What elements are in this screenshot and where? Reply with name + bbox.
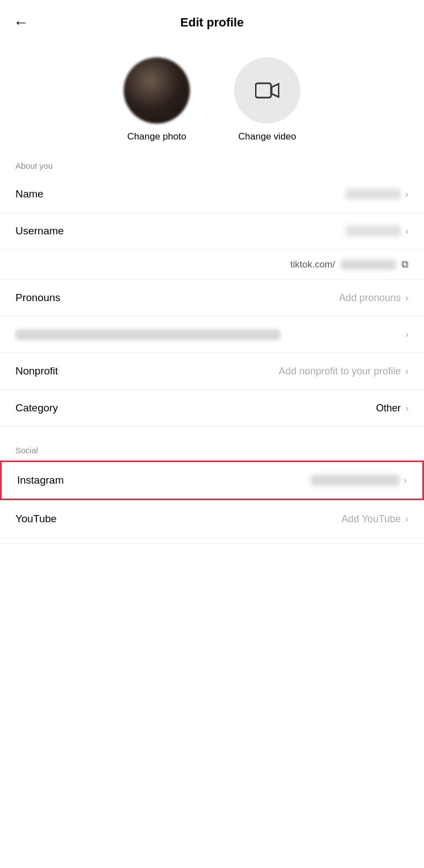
instagram-value-blurred <box>311 475 399 486</box>
username-row[interactable]: Username › <box>0 213 424 250</box>
nonprofit-value: Add nonprofit to your profile <box>279 366 401 377</box>
svg-rect-0 <box>256 83 271 98</box>
tiktok-url-row[interactable]: tiktok.com/ ⧉ <box>0 250 424 280</box>
social-section: Social Instagram › YouTube Add YouTube › <box>0 432 424 544</box>
copy-icon[interactable]: ⧉ <box>401 259 409 270</box>
name-chevron-icon: › <box>405 189 409 200</box>
back-button[interactable]: ← <box>13 14 29 31</box>
tiktok-url-text: tiktok.com/ <box>290 259 335 270</box>
name-right: › <box>346 189 409 200</box>
instagram-row[interactable]: Instagram › <box>0 460 424 500</box>
youtube-value: Add YouTube <box>342 513 401 525</box>
svg-marker-1 <box>272 84 279 97</box>
bottom-divider <box>0 543 424 544</box>
youtube-row[interactable]: YouTube Add YouTube › <box>0 501 424 538</box>
video-camera-icon <box>255 81 279 100</box>
name-label: Name <box>15 188 44 200</box>
instagram-label: Instagram <box>17 474 63 486</box>
username-right: › <box>346 226 409 237</box>
change-photo-label: Change photo <box>128 131 187 142</box>
change-photo-button[interactable]: Change photo <box>124 57 190 142</box>
avatar <box>124 57 190 124</box>
bio-row[interactable]: › <box>0 317 424 353</box>
tiktok-url-blurred <box>341 260 396 270</box>
bio-blurred-text <box>15 329 280 340</box>
category-value: Other <box>376 403 401 414</box>
instagram-chevron-icon: › <box>404 475 407 486</box>
media-section: Change photo Change video <box>0 41 424 148</box>
youtube-right: Add YouTube › <box>342 513 409 525</box>
nonprofit-row[interactable]: Nonprofit Add nonprofit to your profile … <box>0 353 424 390</box>
username-chevron-icon: › <box>405 226 409 237</box>
category-right: Other › <box>376 403 409 414</box>
pronouns-right: Add pronouns › <box>339 292 409 304</box>
instagram-right: › <box>311 475 407 486</box>
nonprofit-label: Nonprofit <box>15 365 58 377</box>
nonprofit-chevron-icon: › <box>405 366 409 377</box>
pronouns-row[interactable]: Pronouns Add pronouns › <box>0 280 424 317</box>
category-chevron-icon: › <box>405 403 409 414</box>
youtube-label: YouTube <box>15 513 57 525</box>
page-title: Edit profile <box>181 15 244 30</box>
nonprofit-right: Add nonprofit to your profile › <box>279 366 409 377</box>
video-placeholder <box>234 57 300 124</box>
social-section-label: Social <box>0 432 424 460</box>
change-video-label: Change video <box>239 131 296 142</box>
username-label: Username <box>15 225 64 237</box>
bio-chevron-icon: › <box>405 329 409 340</box>
category-row[interactable]: Category Other › <box>0 390 424 427</box>
username-value-blurred <box>346 226 401 237</box>
header: ← Edit profile <box>0 0 424 41</box>
pronouns-value: Add pronouns <box>339 292 401 304</box>
name-row[interactable]: Name › <box>0 176 424 213</box>
pronouns-label: Pronouns <box>15 292 60 304</box>
category-label: Category <box>15 402 58 414</box>
change-video-button[interactable]: Change video <box>234 57 300 142</box>
youtube-chevron-icon: › <box>405 513 409 525</box>
name-value-blurred <box>346 189 401 200</box>
about-section-label: About you <box>0 148 424 176</box>
pronouns-chevron-icon: › <box>405 292 409 304</box>
